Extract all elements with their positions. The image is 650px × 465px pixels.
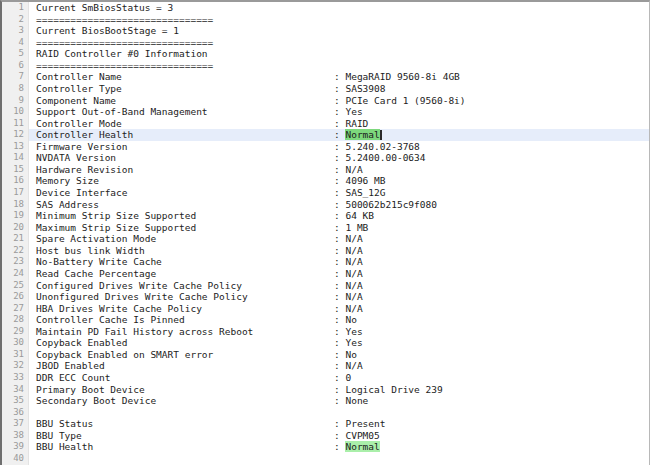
line-number: 26 [2, 291, 29, 303]
field-label: BBU Status [36, 418, 334, 430]
field-value: N/A [345, 164, 362, 175]
field-value: 0 [345, 372, 351, 383]
line-content[interactable]: No-Battery Write Cache: N/A [29, 256, 649, 268]
code-line: 1Current SmBiosStatus = 3 [2, 2, 649, 14]
line-content[interactable]: =============================== [29, 14, 649, 26]
field-value: PCIe Card 1 (9560-8i) [345, 95, 465, 106]
line-content[interactable]: SAS Address: 500062b215c9f080 [29, 199, 649, 211]
code-line: 32JBOD Enabled: N/A [2, 360, 649, 372]
line-number: 1 [2, 2, 29, 14]
line-content[interactable]: Current SmBiosStatus = 3 [29, 2, 649, 14]
line-content[interactable]: Maintain PD Fail History across Reboot: … [29, 326, 649, 338]
code-line: 3Current BiosBootStage = 1 [2, 25, 649, 37]
code-line: 35Secondary Boot Device: None [2, 395, 649, 407]
line-number: 5 [2, 48, 29, 60]
line-content[interactable]: Current BiosBootStage = 1 [29, 25, 649, 37]
line-content[interactable]: JBOD Enabled: N/A [29, 360, 649, 372]
code-line: 4=============================== [2, 37, 649, 49]
line-content[interactable]: Configured Drives Write Cache Policy: N/… [29, 280, 649, 292]
line-content[interactable]: Memory Size: 4096 MB [29, 175, 649, 187]
line-content[interactable]: Copyback Enabled on SMART error: No [29, 349, 649, 361]
line-content[interactable]: Unonfigured Drives Write Cache Policy: N… [29, 291, 649, 303]
field-label: Spare Activation Mode [36, 233, 334, 245]
field-label: Unonfigured Drives Write Cache Policy [36, 291, 334, 303]
line-content[interactable]: Hardware Revision: N/A [29, 164, 649, 176]
field-label: Maximum Strip Size Supported [36, 222, 334, 234]
text-cursor [380, 130, 382, 140]
line-number: 28 [2, 314, 29, 326]
field-value: No [345, 314, 356, 325]
line-text: =============================== [36, 37, 213, 48]
code-line: 10Support Out-of-Band Management: Yes [2, 106, 649, 118]
code-line: 12Controller Health: Normal [2, 129, 649, 141]
line-text: =============================== [36, 60, 213, 71]
field-label: Component Name [36, 95, 334, 107]
field-label: Device Interface [36, 187, 334, 199]
code-line: 30Copyback Enabled: Yes [2, 337, 649, 349]
field-value: N/A [345, 291, 362, 302]
line-content[interactable]: Controller Name: MegaRAID 9560-8i 4GB [29, 71, 649, 83]
field-label: Memory Size [36, 175, 334, 187]
field-label: Copyback Enabled on SMART error [36, 349, 334, 361]
line-content[interactable]: Maximum Strip Size Supported: 1 MB [29, 222, 649, 234]
code-line: 38BBU Type: CVPM05 [2, 430, 649, 442]
code-line: 22Host bus link Width: N/A [2, 245, 649, 257]
line-content[interactable]: Controller Cache Is Pinned: No [29, 314, 649, 326]
line-content[interactable]: Copyback Enabled: Yes [29, 337, 649, 349]
line-number: 30 [2, 337, 29, 349]
code-line: 24Read Cache Percentage: N/A [2, 268, 649, 280]
health-status-highlight: Normal [345, 441, 379, 452]
line-content[interactable]: RAID Controller #0 Information [29, 48, 649, 60]
line-number: 32 [2, 360, 29, 372]
line-content[interactable]: BBU Status: Present [29, 418, 649, 430]
line-content[interactable]: BBU Health: Normal [29, 441, 649, 453]
field-value: SAS_12G [345, 187, 385, 198]
line-number: 24 [2, 268, 29, 280]
line-content[interactable]: HBA Drives Write Cache Policy: N/A [29, 303, 649, 315]
code-area: 1Current SmBiosStatus = 32==============… [2, 2, 649, 465]
code-line: 16Memory Size: 4096 MB [2, 175, 649, 187]
field-value: CVPM05 [345, 430, 379, 441]
code-line: 19Minimum Strip Size Supported: 64 KB [2, 210, 649, 222]
line-content-selected[interactable]: Controller Health: Normal [29, 129, 649, 141]
code-line: 2=============================== [2, 14, 649, 26]
field-value: 5.240.02-3768 [345, 141, 419, 152]
line-number: 16 [2, 175, 29, 187]
line-content[interactable]: Primary Boot Device: Logical Drive 239 [29, 384, 649, 396]
field-value: 500062b215c9f080 [345, 199, 437, 210]
field-label: Maintain PD Fail History across Reboot [36, 326, 334, 338]
line-content[interactable]: Controller Mode: RAID [29, 118, 649, 130]
field-label: Minimum Strip Size Supported [36, 210, 334, 222]
line-content[interactable]: =============================== [29, 60, 649, 72]
line-content[interactable]: Firmware Version: 5.240.02-3768 [29, 141, 649, 153]
line-content[interactable] [29, 453, 649, 465]
line-number: 13 [2, 141, 29, 153]
field-label: Read Cache Percentage [36, 268, 334, 280]
line-content[interactable]: Support Out-of-Band Management: Yes [29, 106, 649, 118]
line-content[interactable]: Secondary Boot Device: None [29, 395, 649, 407]
line-number: 4 [2, 37, 29, 49]
line-content[interactable]: Spare Activation Mode: N/A [29, 233, 649, 245]
line-content[interactable]: Controller Type: SAS3908 [29, 83, 649, 95]
line-content[interactable]: Read Cache Percentage: N/A [29, 268, 649, 280]
line-content[interactable] [29, 407, 649, 419]
line-content[interactable]: NVDATA Version: 5.2400.00-0634 [29, 152, 649, 164]
line-content[interactable]: Minimum Strip Size Supported: 64 KB [29, 210, 649, 222]
code-line: 9Component Name: PCIe Card 1 (9560-8i) [2, 95, 649, 107]
line-content[interactable]: Component Name: PCIe Card 1 (9560-8i) [29, 95, 649, 107]
line-number: 18 [2, 199, 29, 211]
text-viewer: 1Current SmBiosStatus = 32==============… [0, 0, 650, 465]
line-content[interactable]: Host bus link Width: N/A [29, 245, 649, 257]
field-value: N/A [345, 360, 362, 371]
line-text: Current SmBiosStatus = 3 [36, 2, 173, 13]
line-content[interactable]: DDR ECC Count: 0 [29, 372, 649, 384]
field-value: 4096 MB [345, 175, 385, 186]
line-content[interactable]: BBU Type: CVPM05 [29, 430, 649, 442]
line-content[interactable]: Device Interface: SAS_12G [29, 187, 649, 199]
field-label: Secondary Boot Device [36, 395, 334, 407]
field-value: SAS3908 [345, 83, 385, 94]
line-text: RAID Controller #0 Information [36, 48, 208, 59]
line-content[interactable]: =============================== [29, 37, 649, 49]
field-label: DDR ECC Count [36, 372, 334, 384]
field-label: No-Battery Write Cache [36, 256, 334, 268]
